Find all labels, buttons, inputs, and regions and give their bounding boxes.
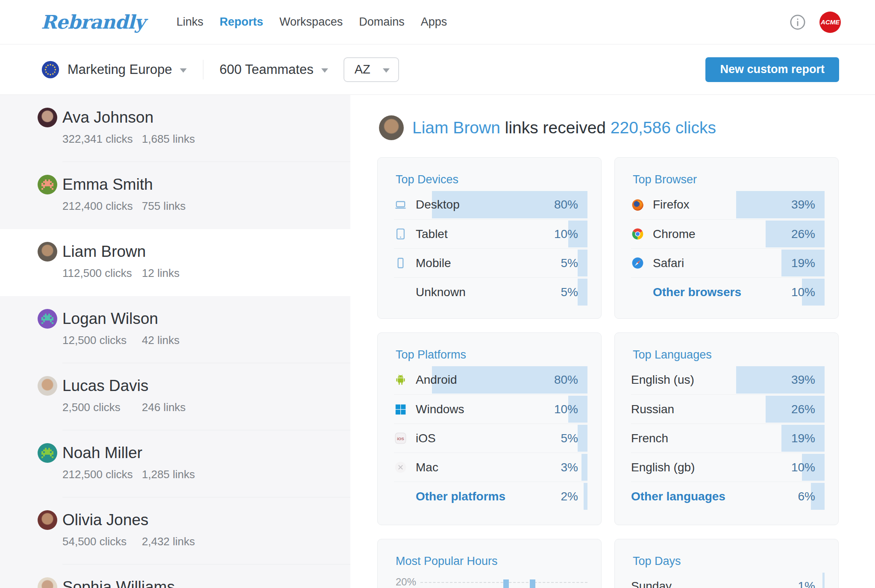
stat-row-windows: Windows10% bbox=[394, 394, 587, 423]
info-icon[interactable] bbox=[789, 13, 807, 31]
other-browsers-link[interactable]: Other browsers bbox=[653, 285, 741, 299]
nav-item-workspaces[interactable]: Workspaces bbox=[279, 15, 343, 29]
rebrandly-logo[interactable]: Rebrandly bbox=[41, 11, 145, 33]
row-label: Sunday bbox=[631, 579, 672, 588]
card-title: Top Platforms bbox=[396, 347, 587, 362]
new-custom-report-button[interactable]: New custom report bbox=[705, 57, 839, 82]
bar-value: 26% bbox=[791, 403, 815, 416]
stat-row-other-browsers: Other browsers10% bbox=[631, 277, 825, 306]
other-platforms-link[interactable]: Other platforms bbox=[416, 490, 505, 503]
workspace-label: Marketing Europe bbox=[68, 62, 172, 77]
card-rows: Desktop80%Tablet10%Mobile5%Unknown5% bbox=[394, 190, 587, 306]
bar bbox=[822, 573, 825, 588]
main-nav: LinksReportsWorkspacesDomainsApps bbox=[176, 15, 447, 29]
teammate-name: Lucas Davis bbox=[62, 377, 149, 395]
row-label: Android bbox=[416, 373, 457, 387]
chevron-down-icon bbox=[383, 68, 390, 73]
teammate-links: 246 links bbox=[142, 401, 186, 414]
windows-icon bbox=[394, 403, 407, 416]
teammate-row-liam-brown[interactable]: Liam Brown112,500 clicks12 links bbox=[0, 229, 350, 296]
pixel-art-bot bbox=[41, 448, 43, 450]
chevron-down-icon bbox=[180, 68, 187, 73]
row-label: French bbox=[631, 432, 668, 445]
card-top-languages: Top LanguagesEnglish (us)39%Russian26%Fr… bbox=[614, 332, 839, 525]
stat-row-russian: Russian26% bbox=[631, 394, 825, 423]
teammate-row-lucas-davis[interactable]: Lucas Davis2,500 clicks246 links bbox=[0, 363, 350, 430]
eu-flag-icon bbox=[41, 60, 60, 79]
hours-chart: 20% bbox=[394, 572, 587, 588]
stat-row-english-gb: English (gb)10% bbox=[631, 453, 825, 482]
bar bbox=[578, 250, 587, 276]
row-label: Mac bbox=[416, 461, 438, 474]
pixel-art-bot bbox=[41, 314, 43, 315]
teammates-list: Ava Johnson322,341 clicks1,685 linksEmma… bbox=[0, 95, 350, 588]
card-title: Top Days bbox=[633, 554, 825, 568]
teammate-links: 42 links bbox=[142, 334, 179, 347]
card-rows: Sunday1% bbox=[631, 572, 825, 588]
bar-value: 6% bbox=[798, 490, 815, 503]
nav-right: ACME bbox=[789, 12, 841, 33]
card-top-platforms: Top PlatformsAndroid80%Windows10%iOSiOS5… bbox=[377, 332, 602, 525]
card-rows: Firefox39%Chrome26%Safari19%Other browse… bbox=[631, 190, 825, 306]
avatar bbox=[38, 443, 57, 463]
bar-value: 3% bbox=[561, 461, 578, 474]
card-rows: English (us)39%Russian26%French19%Englis… bbox=[631, 365, 825, 511]
stat-row-other-platforms: Other platforms2% bbox=[394, 482, 587, 511]
teammate-name: Sophia Williams bbox=[62, 578, 175, 588]
hours-bars-area bbox=[420, 579, 587, 588]
row-label: Unknown bbox=[416, 285, 466, 299]
card-title: Most Popular Hours bbox=[396, 554, 587, 568]
row-label: Mobile bbox=[416, 256, 451, 270]
nav-item-links[interactable]: Links bbox=[176, 15, 203, 29]
bar bbox=[578, 425, 587, 452]
teammate-name: Liam Brown bbox=[412, 118, 500, 137]
stat-row-mac: Mac3% bbox=[394, 453, 587, 482]
account-avatar[interactable]: ACME bbox=[819, 12, 841, 33]
teammate-row-emma-smith[interactable]: Emma Smith212,400 clicks755 links bbox=[0, 162, 350, 229]
sort-label: AZ bbox=[355, 62, 370, 76]
avatar bbox=[38, 577, 57, 588]
row-label: Safari bbox=[653, 256, 684, 270]
stat-row-mobile: Mobile5% bbox=[394, 248, 587, 277]
gridline-label: 20% bbox=[396, 576, 416, 588]
nav-item-reports[interactable]: Reports bbox=[220, 15, 263, 29]
bar-value: 39% bbox=[791, 198, 815, 212]
teammate-row-olivia-jones[interactable]: Olivia Jones54,500 clicks2,432 links bbox=[0, 497, 350, 564]
ios-icon: iOS bbox=[394, 432, 407, 445]
icon-spacer bbox=[394, 285, 407, 299]
icon-spacer bbox=[394, 490, 407, 503]
nav-item-domains[interactable]: Domains bbox=[359, 15, 405, 29]
stat-row-french: French19% bbox=[631, 423, 825, 453]
teammates-selector[interactable]: 600 Teammates bbox=[220, 62, 328, 77]
icon-spacer bbox=[631, 285, 644, 299]
stat-row-english-us: English (us)39% bbox=[631, 365, 825, 394]
teammate-links: 12 links bbox=[142, 267, 179, 280]
detail-header: Liam Brown links received 220,586 clicks bbox=[379, 115, 875, 140]
other-languages-link[interactable]: Other languages bbox=[631, 490, 725, 503]
bar-value: 5% bbox=[561, 256, 578, 270]
teammate-name: Olivia Jones bbox=[62, 511, 149, 529]
teammate-name: Liam Brown bbox=[62, 243, 146, 261]
firefox-icon bbox=[631, 198, 644, 212]
nav-item-apps[interactable]: Apps bbox=[421, 15, 447, 29]
row-label: Desktop bbox=[416, 198, 460, 212]
card-top-browser: Top BrowserFirefox39%Chrome26%Safari19%O… bbox=[614, 157, 839, 319]
teammate-row-logan-wilson[interactable]: Logan Wilson12,500 clicks42 links bbox=[0, 296, 350, 363]
teammate-row-sophia-williams[interactable]: Sophia Williams bbox=[0, 564, 350, 588]
teammate-clicks: 212,500 clicks bbox=[62, 468, 133, 481]
row-label: iOS bbox=[416, 432, 436, 445]
sort-select[interactable]: AZ bbox=[344, 57, 399, 82]
laptop-icon bbox=[394, 198, 407, 212]
mac-icon bbox=[394, 461, 407, 474]
teammate-clicks: 112,500 clicks bbox=[62, 267, 132, 280]
mobile-icon bbox=[394, 256, 407, 270]
row-label: Windows bbox=[416, 403, 464, 416]
bar-value: 10% bbox=[791, 461, 815, 474]
workspace-selector[interactable]: Marketing Europe bbox=[41, 60, 187, 79]
teammate-clicks: 54,500 clicks bbox=[62, 535, 126, 548]
cards-grid: Top DevicesDesktop80%Tablet10%Mobile5%Un… bbox=[377, 157, 875, 588]
bar-value: 5% bbox=[561, 285, 578, 299]
teammate-row-noah-miller[interactable]: Noah Miller212,500 clicks1,285 links bbox=[0, 430, 350, 497]
teammate-row-ava-johnson[interactable]: Ava Johnson322,341 clicks1,685 links bbox=[0, 95, 350, 162]
teammate-links: 1,285 links bbox=[142, 468, 195, 481]
